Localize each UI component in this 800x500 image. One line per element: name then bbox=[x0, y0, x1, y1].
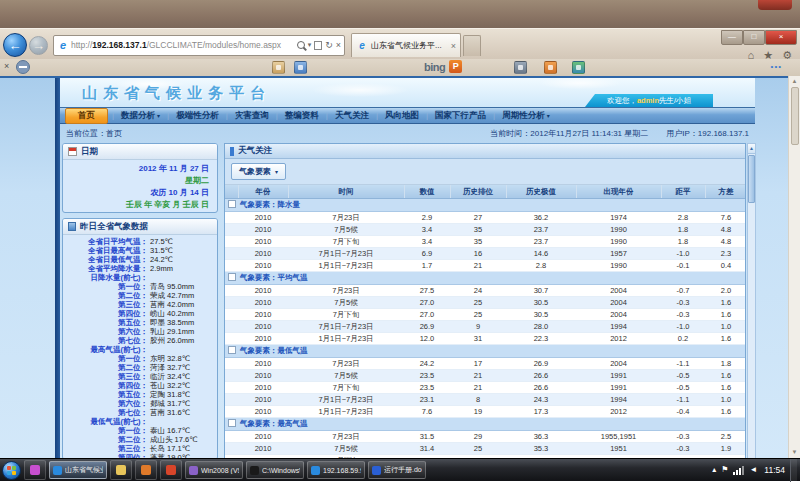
weather-row: 第二位：菏泽 32.7℃ bbox=[66, 363, 214, 372]
table-cell: 1.6 bbox=[705, 297, 746, 309]
checkbox[interactable] bbox=[228, 200, 236, 208]
nav-item-2[interactable]: 极端性分析 bbox=[169, 110, 226, 122]
weather-value: 成山头 17.6℃ bbox=[150, 435, 198, 444]
camera-icon[interactable] bbox=[514, 61, 527, 74]
section-name: 气象要素：降水量 bbox=[238, 199, 746, 212]
weather-value: 24.2℃ bbox=[150, 255, 173, 264]
table-cell: 31.5 bbox=[404, 431, 450, 443]
taskbar-clock[interactable]: 11:54 bbox=[764, 465, 785, 475]
table-cell: 2.3 bbox=[705, 248, 746, 260]
image-icon[interactable] bbox=[294, 61, 307, 74]
table-cell: 2010 bbox=[238, 406, 288, 418]
nav-item-1[interactable]: 数据分析▾ bbox=[114, 110, 167, 122]
weather-label: 第五位： bbox=[66, 390, 148, 399]
toolbar-close-icon[interactable]: × bbox=[4, 61, 9, 71]
table-header-row: 年份时间数值历史排位历史极值出现年份距平方差 bbox=[225, 185, 746, 199]
people-icon[interactable] bbox=[572, 61, 585, 74]
weather-row: 第六位：郯城 31.7℃ bbox=[66, 399, 214, 408]
weather-value: 苍山 32.2℃ bbox=[150, 381, 190, 390]
table-section-row: 气象要素：最高气温 bbox=[225, 418, 746, 431]
table-cell: 2.0 bbox=[705, 285, 746, 297]
table-cell: 7月下旬 bbox=[288, 309, 404, 321]
nav-item-8[interactable]: 周期性分析▾ bbox=[495, 110, 557, 122]
app-icon bbox=[372, 466, 381, 475]
toolbar-more-icon[interactable]: ••• bbox=[771, 62, 782, 71]
scroll-up-icon[interactable]: ▲ bbox=[748, 144, 755, 154]
chevron-down-icon[interactable]: ▾ bbox=[308, 41, 312, 49]
user-ip: 用户IP：192.168.137.1 bbox=[666, 129, 749, 138]
table-cell: 7月5候 bbox=[288, 297, 404, 309]
forward-button[interactable]: → bbox=[29, 36, 48, 55]
action-center-icon[interactable]: ⚑ bbox=[721, 465, 728, 475]
scrollbar-thumb[interactable] bbox=[748, 155, 755, 203]
weather-value: 莒南 31.6℃ bbox=[150, 408, 190, 417]
checkbox[interactable] bbox=[228, 419, 236, 427]
search-icon[interactable] bbox=[297, 41, 305, 49]
table-cell: -0.3 bbox=[661, 297, 705, 309]
nav-item-3[interactable]: 灾害查询 bbox=[228, 110, 276, 122]
table-cell: 1.8 bbox=[661, 236, 705, 248]
show-desktop-button[interactable] bbox=[790, 459, 797, 482]
network-icon[interactable] bbox=[733, 466, 744, 475]
browser-scroll-up-icon[interactable]: ▲ bbox=[789, 76, 800, 87]
folder-icon[interactable] bbox=[110, 460, 132, 480]
nav-item-6[interactable]: 风向地图 bbox=[378, 110, 426, 122]
panel-scrollbar[interactable]: ▲ bbox=[747, 143, 756, 458]
taskbar-vm-button[interactable]: Win2008 (VS2... bbox=[185, 461, 243, 479]
taskbar-cmd-button[interactable]: C:\Windows\s... bbox=[246, 461, 304, 479]
table-cell: 2010 bbox=[238, 321, 288, 333]
volume-icon[interactable]: ◄ bbox=[749, 465, 757, 475]
bing-search[interactable]: bing P bbox=[424, 60, 462, 73]
address-bar[interactable]: e http://192.168.137.1/GLCCLIMATE/module… bbox=[53, 35, 345, 56]
browser-icon[interactable] bbox=[160, 460, 182, 480]
weather-focus-panel: 天气关注 气象要素▾ 年份时间数值历史排位历史极值出现年份距平方差 气象要素：降… bbox=[224, 143, 746, 458]
table-cell: 2010 bbox=[238, 394, 288, 406]
browser-scrollbar-thumb[interactable] bbox=[791, 87, 799, 145]
background-window-close-fragment bbox=[758, 0, 792, 10]
mail-icon[interactable] bbox=[272, 61, 285, 74]
checkbox[interactable] bbox=[228, 273, 236, 281]
weather-value: 菏泽 32.7℃ bbox=[150, 363, 190, 372]
column-header-1: 时间 bbox=[288, 185, 404, 199]
table-cell: 23.7 bbox=[506, 224, 576, 236]
taskbar-ie-button[interactable]: 山东省气候业务平台 bbox=[49, 461, 107, 479]
browser-scroll-down-icon[interactable]: ▼ bbox=[789, 447, 800, 458]
checkbox[interactable] bbox=[228, 346, 236, 354]
table-cell: 26.6 bbox=[506, 370, 576, 382]
nav-item-7[interactable]: 国家下行产品 bbox=[428, 110, 493, 122]
paw-icon[interactable] bbox=[544, 61, 557, 74]
start-button[interactable] bbox=[2, 461, 21, 480]
new-tab-button[interactable] bbox=[463, 35, 481, 56]
weather-group-label: 日降水量(前七)： bbox=[66, 273, 148, 282]
search-provider-icon[interactable]: P bbox=[449, 60, 462, 73]
browser-tab[interactable]: e 山东省气候业务平... × bbox=[351, 33, 461, 57]
stop-icon[interactable]: × bbox=[336, 40, 341, 50]
date-weekday: 星期二 bbox=[63, 175, 209, 187]
pinwheel-icon[interactable] bbox=[24, 460, 46, 480]
table-cell: 23.1 bbox=[404, 394, 450, 406]
table-cell: 1957 bbox=[576, 248, 661, 260]
back-button[interactable]: ← bbox=[3, 33, 27, 57]
table-cell: 21 bbox=[450, 370, 506, 382]
site-title: 山东省气候业务平台 bbox=[82, 84, 271, 103]
media-player-icon[interactable] bbox=[135, 460, 157, 480]
column-header-0: 年份 bbox=[238, 185, 288, 199]
table-cell: 2010 bbox=[238, 224, 288, 236]
refresh-icon[interactable]: ↻ bbox=[325, 40, 333, 50]
element-filter-button[interactable]: 气象要素▾ bbox=[231, 163, 286, 180]
browser-scrollbar[interactable]: ▲ ▼ bbox=[788, 76, 800, 458]
nav-item-5[interactable]: 天气关注 bbox=[328, 110, 376, 122]
weather-label: 第四位： bbox=[66, 309, 148, 318]
tab-close-icon[interactable]: × bbox=[451, 41, 456, 51]
table-cell: -0.7 bbox=[661, 285, 705, 297]
toolbar-stop-icon[interactable] bbox=[16, 60, 30, 74]
table-cell: 17.3 bbox=[506, 406, 576, 418]
app-icon bbox=[53, 466, 62, 475]
table-cell: 23.5 bbox=[404, 382, 450, 394]
nav-item-4[interactable]: 整编资料 bbox=[278, 110, 326, 122]
taskbar-word-button[interactable]: 运行手册.docx ... bbox=[368, 461, 426, 479]
taskbar-remote-button[interactable]: 192.168.59.99... bbox=[307, 461, 365, 479]
show-hidden-icons[interactable]: ▴ bbox=[712, 465, 716, 475]
compatibility-view-icon[interactable] bbox=[314, 41, 322, 50]
nav-item-0[interactable]: 首页 bbox=[65, 108, 108, 124]
